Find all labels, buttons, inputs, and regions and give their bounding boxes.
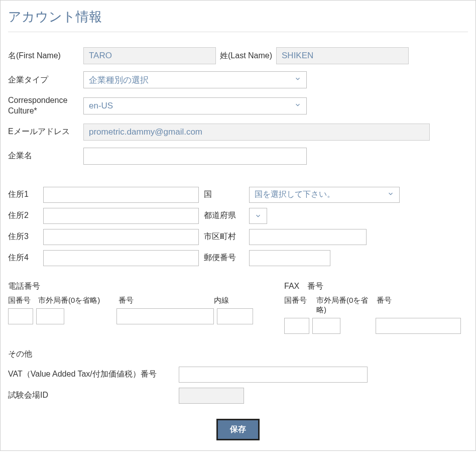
fax-num-label: 番号 [377,296,392,315]
company-type-label: 企業タイプ [8,75,83,85]
fax-num-field[interactable] [376,318,461,334]
addr2-field[interactable] [43,208,199,224]
culture-select[interactable]: en-US [83,97,307,114]
city-field[interactable] [249,229,367,245]
culture-label: Correspondence Culture* [8,95,83,116]
fax-header: FAX 番号 [284,281,468,292]
last-name-field[interactable] [276,47,409,64]
addr4-field[interactable] [43,250,199,266]
other-header: その他 [8,349,468,360]
first-name-field[interactable] [83,47,216,64]
fax-cc-field[interactable] [284,318,309,334]
addr1-label: 住所1 [8,189,38,200]
company-type-select[interactable]: 企業種別の選択 [83,71,307,88]
chevron-down-icon [387,190,394,199]
last-name-label: 姓(Last Name) [220,51,272,61]
venue-id-field[interactable] [179,388,244,404]
country-placeholder: 国を選択して下さい。 [255,189,335,200]
postal-label: 郵便番号 [204,253,244,263]
postal-field[interactable] [249,250,330,266]
fax-area-field[interactable] [312,318,340,334]
page-title: アカウント情報 [8,8,468,26]
first-name-label: 名(First Name) [8,51,83,61]
fax-cc-label: 国番号 [284,296,311,315]
phone-header: 電話番号 [8,281,269,292]
prefecture-select[interactable] [249,208,267,224]
company-name-field[interactable] [83,148,307,165]
phone-ext-field[interactable] [217,308,253,324]
addr3-field[interactable] [43,229,199,245]
phone-cc-field[interactable] [8,308,33,324]
fax-area-label: 市外局番(0を省略) [316,296,372,315]
save-button[interactable]: 保存 [216,419,260,440]
phone-num-field[interactable] [116,308,214,324]
phone-ext-label: 内線 [214,296,239,305]
chevron-down-icon [255,212,262,219]
email-label: Eメールアドレス [8,127,83,137]
addr3-label: 住所3 [8,231,38,242]
company-name-label: 企業名 [8,151,83,161]
addr4-label: 住所4 [8,253,38,263]
country-select[interactable]: 国を選択して下さい。 [249,187,400,203]
email-field[interactable] [83,124,430,141]
chevron-down-icon [294,75,301,85]
phone-cc-label: 国番号 [8,296,33,305]
vat-label: VAT（Value Added Tax/付加価値税）番号 [8,369,179,380]
divider [8,32,468,32]
culture-value: en-US [89,101,113,111]
addr2-label: 住所2 [8,210,38,221]
prefecture-label: 都道府県 [204,210,244,221]
company-type-value: 企業種別の選択 [89,74,149,86]
addr1-field[interactable] [43,187,199,203]
city-label: 市区町村 [204,231,244,242]
phone-num-label: 番号 [118,296,209,305]
venue-id-label: 試験会場ID [8,390,179,401]
country-label: 国 [204,189,244,200]
chevron-down-icon [294,101,301,111]
phone-area-label: 市外局番(0を省略) [38,296,113,305]
vat-field[interactable] [179,367,368,383]
phone-area-field[interactable] [36,308,64,324]
